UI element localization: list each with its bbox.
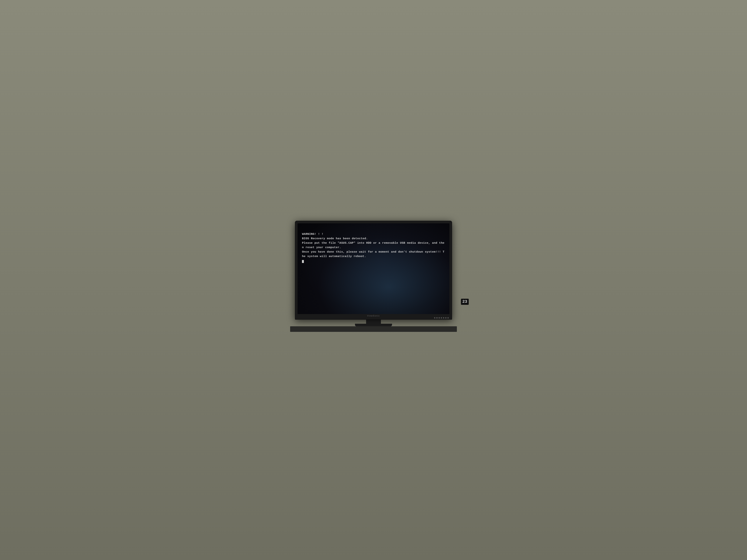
bios-line-warning: WARNING! ! ! (302, 233, 323, 236)
bios-cursor (302, 260, 304, 263)
bios-line-instruction1: Please put the file "ASUS.CAP" into HDD … (302, 241, 444, 245)
monitor-brand-label: ViewSonic (367, 315, 380, 317)
bios-line-wait1: Once you have done this, please wait for… (302, 250, 444, 254)
monitor-outer-bezel: WARNING! ! ! BIOS Recovery mode has been… (295, 221, 452, 320)
control-dot-5[interactable] (443, 317, 444, 319)
control-dot-6[interactable] (445, 317, 446, 319)
monitor-screen: WARNING! ! ! BIOS Recovery mode has been… (298, 223, 449, 314)
monitor-controls (434, 317, 449, 319)
monitor-stand-base (355, 324, 392, 326)
bios-line-detected: BIOS Recovery mode has been detected. (302, 237, 368, 240)
monitor-wrapper: WARNING! ! ! BIOS Recovery mode has been… (290, 221, 457, 332)
control-dot-7[interactable] (447, 317, 449, 319)
monitor-stand-neck (366, 320, 381, 324)
bios-line-instruction2: n reset your computer. (302, 246, 341, 249)
bios-output-text: WARNING! ! ! BIOS Recovery mode has been… (302, 228, 445, 267)
control-dot-1[interactable] (434, 317, 435, 319)
desk-surface (290, 326, 457, 332)
bios-line-wait2: he system will automatically reboot. (302, 255, 366, 258)
control-dot-3[interactable] (439, 317, 440, 319)
clock-display: 23 (461, 299, 469, 305)
monitor-bottom-bar: ViewSonic (298, 314, 449, 317)
control-dot-2[interactable] (436, 317, 438, 319)
control-dot-4[interactable] (441, 317, 442, 319)
